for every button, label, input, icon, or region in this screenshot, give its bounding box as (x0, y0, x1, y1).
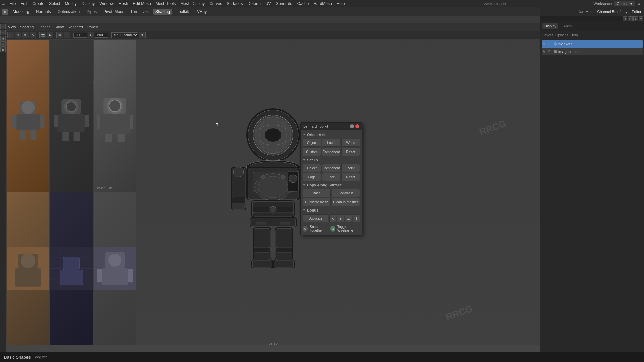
rp-tab-display[interactable]: Display (542, 23, 558, 29)
frame-input[interactable] (95, 33, 108, 38)
menu-item-create[interactable]: Create (32, 1, 44, 6)
lt-btn-x[interactable]: X (329, 214, 336, 222)
vp-grid-btn[interactable]: ⊞ (56, 32, 63, 38)
menu-item-hardmesh[interactable]: HardMesh (313, 1, 332, 6)
lt-btn-custom[interactable]: Custom (303, 148, 321, 156)
vp-header-panels[interactable]: Panels (87, 25, 99, 29)
vp-color-btn[interactable]: ▼ (139, 32, 146, 38)
vp-header-lighting[interactable]: Lighting (38, 25, 51, 29)
vp-rotate-btn[interactable]: ↺ (22, 32, 29, 38)
workspace-value[interactable]: Custom▼ (614, 1, 635, 6)
menu-item-mesh[interactable]: Mesh (118, 1, 128, 6)
layer-row-imageplane[interactable]: V P imageplane (542, 48, 643, 55)
vp-header-show[interactable]: Show (55, 25, 64, 29)
menu-item-select[interactable]: Select (49, 1, 60, 6)
rp-scroll-right[interactable]: ► (628, 16, 633, 21)
toolbar2-optimization[interactable]: Optimization (55, 9, 82, 15)
lt-btn-base[interactable]: Base (303, 189, 331, 197)
time-input[interactable] (73, 33, 87, 38)
menu-item-curves[interactable]: Curves (209, 1, 222, 6)
toolbar2-pipes[interactable]: Pipes (85, 9, 99, 15)
lt-close-btn[interactable] (355, 124, 359, 128)
icon-btn-4[interactable]: ◈ (0, 41, 6, 47)
lt-btn-set-component[interactable]: Component (322, 164, 340, 172)
menu-item-edit-mesh[interactable]: Edit Mesh (133, 1, 151, 6)
toolbar2-shading[interactable]: Shading (153, 9, 172, 15)
lt-btn-cleanup-meshes[interactable]: Cleanup meshes (332, 198, 360, 206)
icon-btn-2[interactable]: ● (0, 30, 6, 35)
lt-btn-set-object[interactable]: Object (303, 164, 321, 172)
menu-item-generate[interactable]: Generate (276, 1, 292, 6)
lt-btn-set-edge[interactable]: Edge (303, 173, 321, 181)
bonus-arrow[interactable]: ▼ (303, 208, 306, 212)
vp-header-renderer[interactable]: Renderer (68, 25, 83, 29)
menu-item-modify[interactable]: Modify (65, 1, 77, 6)
menu-item-surfaces[interactable]: Surfaces (227, 1, 243, 6)
color-space-select[interactable]: sRGB gamma (111, 32, 138, 38)
menu-item-help[interactable]: Help (337, 1, 345, 6)
menu-item-window[interactable]: Window (99, 1, 114, 6)
rp-tab-anim[interactable]: Anim (561, 23, 574, 29)
icon-btn-5[interactable]: ▣ (0, 47, 6, 52)
lt-btn-z[interactable]: Z (345, 214, 352, 222)
thumbnail-5[interactable] (50, 192, 93, 345)
vp-camera-btn[interactable]: 📷 (39, 32, 46, 38)
menu-item-display[interactable]: Display (82, 1, 95, 6)
toolbar2-modeling[interactable]: Modeling (11, 9, 31, 15)
set-to-arrow[interactable]: ▼ (303, 158, 306, 162)
menu-item-edit[interactable]: Edit (21, 1, 28, 6)
toolbar2-vray[interactable]: VRay (195, 9, 209, 15)
thumbnail-1[interactable] (7, 40, 49, 192)
lt-btn-object[interactable]: Object (303, 139, 321, 147)
lt-btn-reset-orient[interactable]: Reset (341, 148, 360, 156)
rp-scroll-up[interactable]: ▲ (633, 16, 638, 21)
lt-btn-duplicate-mesh[interactable]: Duplicate mesh (303, 198, 331, 206)
toggle-wireframe-label[interactable]: Toggle Wireframe (337, 225, 360, 232)
icon-btn-3[interactable]: ◉ (0, 36, 6, 41)
toggle-wireframe-icon[interactable]: ⊡ (330, 226, 335, 232)
menu-item-mesh-display[interactable]: Mesh Display (180, 1, 205, 6)
thumbnail-3[interactable]: Groiler Hunt (94, 40, 136, 192)
menu-item-uv[interactable]: UV (265, 1, 271, 6)
menu-item-cache[interactable]: Cache (297, 1, 309, 6)
viewport-3d[interactable]: RRCG 人人素材 RRCG 人人素材 RRCG (6, 39, 540, 345)
layer-row-blockout[interactable]: V P blockout (542, 40, 643, 48)
app-icon[interactable]: ■ (2, 9, 8, 15)
toolbar2-pivot-mods[interactable]: Pivot_Mods (101, 9, 126, 15)
lt-btn-constrain[interactable]: Constrain (332, 189, 360, 197)
menu-item-file[interactable]: File (9, 1, 16, 6)
vp-render-btn[interactable]: ▶ (47, 32, 53, 38)
rp-channel-box-btn[interactable]: Channel Box / Layer Editor (597, 10, 641, 14)
rp-sub-help[interactable]: Help (570, 33, 578, 37)
thumbnail-2[interactable] (50, 40, 93, 192)
vp-move-btn[interactable]: ⊕ (15, 32, 21, 38)
toolbar2-normals[interactable]: Normals (34, 9, 53, 15)
thumbnail-4[interactable] (7, 192, 49, 345)
rp-sub-layers[interactable]: Layers (542, 33, 553, 37)
lt-minimize-btn[interactable] (350, 124, 354, 128)
vp-select-btn[interactable]: ⬚ (7, 32, 14, 38)
rp-scroll-down[interactable]: ▼ (639, 16, 643, 21)
lt-btn-i[interactable]: I (353, 214, 360, 222)
thumbnail-6[interactable] (94, 192, 136, 345)
expand-icon[interactable]: ▲ (637, 1, 641, 6)
lt-btn-world[interactable]: World (341, 139, 360, 147)
orient-axis-arrow[interactable]: ▼ (303, 133, 306, 136)
lt-btn-local[interactable]: Local (322, 139, 340, 147)
toolbar2-primitives[interactable]: Primitives (129, 9, 151, 15)
lt-btn-set-face[interactable]: Face (322, 173, 340, 181)
lt-btn-set-reset[interactable]: Reset (341, 173, 360, 181)
rp-sub-options[interactable]: Options (555, 33, 568, 37)
rp-scroll-left[interactable]: ◄ (623, 16, 627, 21)
copy-along-arrow[interactable]: ▼ (303, 183, 306, 187)
lt-btn-component[interactable]: Component (322, 148, 340, 156)
vp-header-shading[interactable]: Shading (20, 25, 34, 29)
lt-btn-set-point[interactable]: Point (341, 164, 360, 172)
rp-hardmesh-btn[interactable]: HardMesh (578, 10, 595, 14)
snap-together-label[interactable]: Snap Together (310, 225, 328, 232)
toolbar2-toolkits[interactable]: Toolkits (175, 9, 192, 15)
menu-item-mesh-tools[interactable]: Mesh Tools (156, 1, 176, 6)
vp-header-view[interactable]: View (8, 25, 16, 29)
snap-together-icon[interactable]: ⊕ (303, 226, 308, 232)
icon-btn-1[interactable]: ○ (0, 24, 6, 29)
